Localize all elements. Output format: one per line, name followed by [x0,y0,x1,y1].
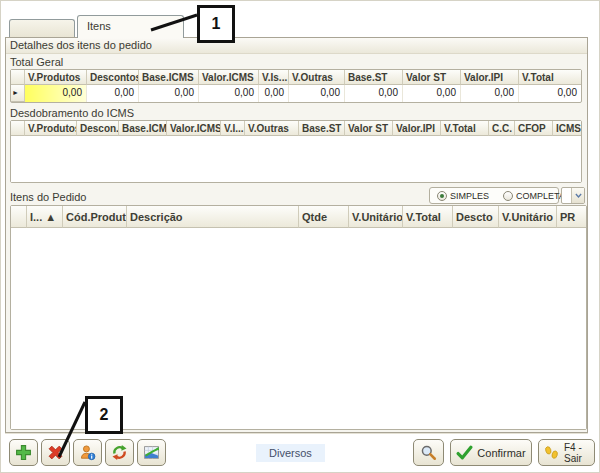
column-header: Descontos [87,70,139,85]
column-header: V.Total [441,121,489,136]
search-button[interactable] [413,439,444,466]
column-header: ICMS [553,121,581,136]
value-cell[interactable]: 0,00 [289,85,345,102]
delete-x-icon [47,444,64,461]
column-header: Base.ICMS [139,70,199,85]
column-header[interactable]: V.Unitário [349,206,403,228]
column-header: V.Produtos [25,121,77,136]
tab-itens[interactable]: Itens [77,15,184,38]
refresh-arrows-icon [111,444,128,461]
radio-unselected-icon [503,191,513,201]
itens-pedido-label: Itens do Pedido [6,189,90,204]
desdobramento-label: Desdobramento do ICMS [6,105,587,120]
row-selector-header [11,206,27,228]
bottom-toolbar: Diversos Confirmar F4 - Sair [1,439,600,469]
callout-1: 1 [197,5,235,43]
search-icon [420,444,437,461]
radio-simples-label: SIMPLES [450,191,489,201]
column-header[interactable]: Cód.Produto [63,206,127,228]
value-cell[interactable]: 0,00 [139,85,199,102]
value-cell[interactable]: 0,00 [519,85,581,102]
column-header: Valor.ICMS [167,121,221,136]
chart-button[interactable] [137,439,166,466]
items-filter-combobox[interactable] [561,187,585,204]
customer-info-button[interactable] [73,439,102,466]
column-header: V.I... [221,121,245,136]
callout-2: 2 [85,396,123,434]
column-header: Base.ST [299,121,345,136]
chevron-down-icon[interactable] [571,188,584,203]
radio-simples[interactable]: SIMPLES [437,191,489,201]
delete-item-button[interactable] [41,439,70,466]
column-header: Base.ICMS [119,121,167,136]
row-selector-header [11,121,25,136]
value-cell[interactable]: 0,00 [87,85,139,102]
exit-button-label: F4 - Sair [564,442,590,464]
view-mode-radiogroup: SIMPLES COMPLETA [429,187,559,204]
tab-first[interactable] [9,19,75,38]
column-header: CFOP [515,121,553,136]
itens-header-row: I... ▲Cód.ProdutoDescriçãoQtdeV.Unitário… [27,206,586,228]
column-header: Valor.IPI [461,70,519,85]
column-header: Valor.ICMS [199,70,259,85]
column-header[interactable]: Qtde [299,206,349,228]
desdobramento-empty-body[interactable] [11,136,581,182]
order-items-window: Itens Detalhes dos itens do pedido Total… [0,0,600,473]
user-info-icon [79,444,96,461]
radio-completa[interactable]: COMPLETA [503,191,565,201]
radio-selected-icon [437,191,447,201]
panel-title: Detalhes dos itens do pedido [6,38,587,54]
value-cell[interactable]: 0,00 [403,85,461,102]
value-cell[interactable]: 0,00 [259,85,289,102]
column-header[interactable]: V.Total [403,206,453,228]
column-header[interactable]: Descrição [127,206,299,228]
column-header[interactable]: V.Unitário [499,206,557,228]
row-selector: ► [11,85,25,102]
total-geral-label: Total Geral [6,54,587,69]
exit-button[interactable]: F4 - Sair [538,439,595,466]
column-header: V.Is... [259,70,289,85]
column-header: V.Outras [289,70,345,85]
detalhes-panel: Detalhes dos itens do pedido Total Geral… [5,37,588,433]
plus-icon [15,444,32,461]
chart-icon [143,444,160,461]
column-header: Base.ST [345,70,403,85]
value-cell[interactable]: 0,00 [25,85,87,102]
radio-completa-label: COMPLETA [516,191,565,201]
confirm-button-label: Confirmar [477,447,525,459]
total-geral-grid: V.ProdutosDescontosBase.ICMSValor.ICMSV.… [10,69,582,103]
confirm-button[interactable]: Confirmar [450,439,532,466]
column-header[interactable]: I... ▲ [27,206,63,228]
value-cell[interactable]: 0,00 [199,85,259,102]
current-row-icon: ► [12,89,19,96]
desdobramento-header-row: V.ProdutosDescon...Base.ICMSValor.ICMSV.… [25,121,581,136]
column-header: C.C. [489,121,515,136]
column-header[interactable]: Descto [453,206,499,228]
column-header: V.Produtos [25,70,87,85]
column-header: V.Outras [245,121,299,136]
column-header: Valor.IPI [393,121,441,136]
column-header: Valor ST [345,121,393,136]
column-header: Valor ST [403,70,461,85]
desdobramento-grid: V.ProdutosDescon...Base.ICMSValor.ICMSV.… [10,120,582,183]
row-selector-header [11,70,25,85]
tab-strip: Itens [9,15,184,38]
total-geral-header-row: V.ProdutosDescontosBase.ICMSValor.ICMSV.… [25,70,581,85]
add-item-button[interactable] [9,439,38,466]
refresh-button[interactable] [105,439,134,466]
column-header: V.Total [519,70,581,85]
value-cell[interactable]: 0,00 [345,85,403,102]
footprints-icon [543,444,560,461]
column-header[interactable]: PR [557,206,586,228]
value-cell[interactable]: 0,00 [461,85,519,102]
diversos-label[interactable]: Diversos [256,444,325,462]
total-geral-value-row: 0,000,000,000,000,000,000,000,000,000,00 [25,85,581,102]
column-header: Descon... [77,121,119,136]
check-icon [456,444,473,461]
